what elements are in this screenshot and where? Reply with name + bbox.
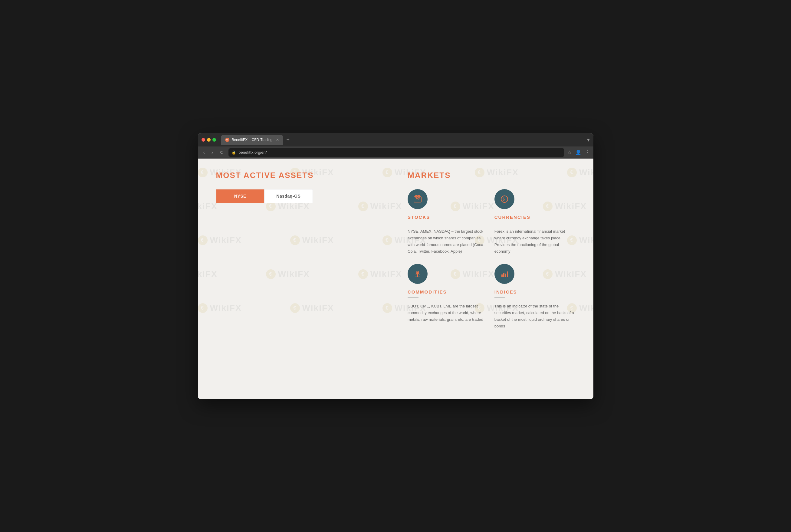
- stocks-icon: [413, 194, 422, 204]
- stocks-name: STOCKS: [408, 214, 488, 220]
- market-card-currencies: $ CURRENCIES Forex is an international f…: [495, 189, 575, 255]
- tab-title: BenefitFX – CFD-Trading: [232, 138, 273, 142]
- browser-toolbar: ‹ › ↻ 🔒 benefitfx.org/en/ ☆ 👤 ⋮: [198, 147, 593, 158]
- url-text: benefitfx.org/en/: [238, 150, 267, 155]
- indices-icon: [500, 269, 509, 279]
- dropdown-button[interactable]: ▾: [587, 136, 590, 143]
- page-content: €WikiFX €WikiFX €WikiFX €WikiFX €WikiFX …: [198, 158, 593, 399]
- svg-rect-0: [414, 197, 421, 202]
- most-active-section: MOST ACTIVE ASSETS NYSE Nasdaq-GS: [216, 171, 396, 387]
- svg-rect-11: [503, 273, 504, 277]
- indices-icon-circle: [495, 264, 515, 284]
- traffic-lights: [201, 138, 216, 141]
- close-button[interactable]: [201, 138, 205, 141]
- commodities-description: CBOT, CME, KCBT, LME are the largest com…: [408, 303, 488, 323]
- commodities-name: COMMODITIES: [408, 289, 488, 294]
- commodities-divider: [408, 298, 419, 298]
- browser-window: B BenefitFX – CFD-Trading ✕ + ▾ ‹ › ↻ 🔒 …: [198, 133, 593, 399]
- profile-icon[interactable]: 👤: [575, 150, 581, 155]
- address-bar[interactable]: 🔒 benefitfx.org/en/: [229, 148, 564, 157]
- secure-icon: 🔒: [231, 150, 236, 155]
- nasdaq-tab[interactable]: Nasdaq-GS: [264, 189, 313, 203]
- new-tab-button[interactable]: +: [285, 136, 291, 143]
- commodities-icon: [413, 269, 422, 279]
- currencies-description: Forex is an international financial mark…: [495, 228, 575, 255]
- market-card-commodities: COMMODITIES CBOT, CME, KCBT, LME are the…: [408, 264, 488, 329]
- markets-section: MARKETS: [396, 171, 575, 387]
- maximize-button[interactable]: [212, 138, 216, 141]
- markets-grid: STOCKS NYSE, AMEX, NASDAQ – the largest …: [408, 189, 575, 330]
- forward-button[interactable]: ›: [210, 149, 215, 156]
- market-card-indices: INDICES This is an indicator of the stat…: [495, 264, 575, 329]
- back-button[interactable]: ‹: [201, 149, 207, 156]
- currencies-name: CURRENCIES: [495, 214, 575, 220]
- menu-icon[interactable]: ⋮: [585, 150, 590, 155]
- stocks-icon-circle: [408, 189, 428, 209]
- indices-description: This is an indicator of the state of the…: [495, 303, 575, 329]
- indices-divider: [495, 298, 505, 298]
- commodities-icon-circle: [408, 264, 428, 284]
- most-active-title: MOST ACTIVE ASSETS: [216, 171, 384, 180]
- indices-name: INDICES: [495, 289, 575, 294]
- page-grid: MOST ACTIVE ASSETS NYSE Nasdaq-GS MARKET…: [198, 158, 593, 399]
- currencies-divider: [495, 223, 505, 223]
- bookmark-icon[interactable]: ☆: [567, 150, 572, 155]
- stocks-divider: [408, 223, 419, 223]
- market-card-stocks: STOCKS NYSE, AMEX, NASDAQ – the largest …: [408, 189, 488, 255]
- svg-rect-13: [507, 271, 508, 277]
- currencies-icon-circle: $: [495, 189, 515, 209]
- browser-titlebar: B BenefitFX – CFD-Trading ✕ + ▾: [198, 133, 593, 147]
- minimize-button[interactable]: [207, 138, 211, 141]
- tab-bar: B BenefitFX – CFD-Trading ✕ +: [221, 135, 585, 145]
- svg-rect-10: [501, 274, 503, 277]
- currencies-icon: $: [500, 194, 509, 204]
- svg-rect-12: [505, 273, 506, 277]
- nyse-tab[interactable]: NYSE: [216, 189, 265, 203]
- reload-button[interactable]: ↻: [218, 148, 226, 156]
- tab-favicon: B: [225, 138, 229, 142]
- toolbar-actions: ☆ 👤 ⋮: [567, 150, 590, 155]
- tab-close-button[interactable]: ✕: [276, 138, 279, 142]
- svg-line-5: [418, 198, 419, 200]
- browser-tab-active[interactable]: B BenefitFX – CFD-Trading ✕: [221, 135, 284, 145]
- stocks-description: NYSE, AMEX, NASDAQ – the largest stock e…: [408, 228, 488, 255]
- markets-title: MARKETS: [408, 171, 575, 180]
- exchange-tab-switcher: NYSE Nasdaq-GS: [216, 189, 313, 203]
- svg-text:$: $: [503, 197, 505, 202]
